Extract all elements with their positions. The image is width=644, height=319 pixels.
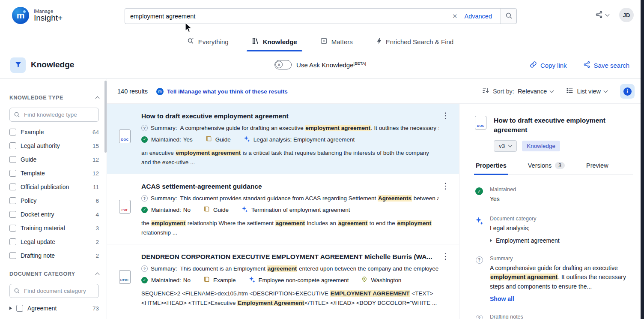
checkbox[interactable] [9,197,16,204]
result-title[interactable]: How to draft executive employment agreem… [141,112,438,120]
info-button[interactable]: i [620,84,635,99]
document-category-section-header[interactable]: DOCUMENT CATEGORY [9,271,99,277]
sort-by-dropdown[interactable]: Sort by: Relevance [482,87,553,96]
checkbox[interactable] [9,225,16,232]
share-menu[interactable] [595,11,609,20]
checkbox[interactable] [16,305,23,312]
sparkle-icon [475,217,483,244]
more-menu-icon[interactable]: ⋮ [441,111,450,120]
result-excerpt: an executive employment agreement is a c… [141,148,438,167]
checkbox[interactable] [9,142,16,149]
copy-link-button[interactable]: Copy link [530,61,567,69]
facet-legal-authority[interactable]: Legal authority 15 [9,139,99,153]
file-icon-column: DOC [119,112,141,167]
version-value: v3 [499,143,505,149]
sort-label: Sort by: [493,88,514,95]
result-title[interactable]: ACAS settlement-agreement guidance [141,183,438,190]
facet-template[interactable]: Template 12 [9,166,99,180]
facet-count: 3 [95,225,99,232]
tab-everything[interactable]: Everything [182,32,234,51]
facet-training-material[interactable]: Training material 3 [9,221,99,235]
facet-official-publication[interactable]: Official publication 11 [9,180,99,194]
result-meta-line: ✓ Maintained:No Example Employee non-com… [141,276,438,284]
tab-preview[interactable]: Preview [585,162,609,175]
knowledge-type-value: Example [213,277,236,283]
checkbox[interactable] [9,170,16,177]
save-search-label: Save search [594,62,629,69]
section-heading: KNOWLEDGE TYPE [9,95,63,101]
filters-button[interactable] [10,57,26,73]
search-box[interactable]: ✕ Advanced [125,8,501,24]
category-child-item[interactable]: Employment agreement [490,237,560,244]
checkbox[interactable] [9,211,16,218]
tab-enriched-search[interactable]: Enriched Search & Find [371,32,459,51]
facet-guide[interactable]: Guide 12 [9,153,99,166]
document-category-search-input[interactable] [9,284,99,298]
show-all-link[interactable]: Show all [490,295,631,302]
sidebar-scrollbar[interactable] [104,81,107,153]
knowledge-type-section-header[interactable]: KNOWLEDGE TYPE [9,95,99,101]
filter-funnel-icon [15,61,22,69]
toggle-off-icon: ✕ [275,61,283,68]
facet-label: Guide [21,156,88,163]
facet-label: Docket entry [21,211,91,218]
tab-versions[interactable]: Versions 3 [527,162,566,175]
view-mode-dropdown[interactable]: List view [566,87,607,96]
more-menu-icon[interactable]: ⋮ [441,182,450,190]
more-menu-icon[interactable]: ⋮ [441,252,450,260]
version-dropdown[interactable]: v3 [494,140,517,152]
ask-knowledge-toggle[interactable]: ✕ [274,60,292,69]
facet-docket-entry[interactable]: Docket entry 4 [9,208,99,221]
page-title: Knowledge [31,60,74,69]
facet-example[interactable]: Example 64 [9,125,99,139]
facet-label: Policy [21,197,91,204]
results-controls: Sort by: Relevance List view i [482,84,635,99]
imanage-logo[interactable]: m iManage Insight+ [12,7,63,24]
knowledge-type-search-input[interactable] [9,108,99,122]
checkbox[interactable] [9,252,16,259]
guide-book-icon [206,135,212,143]
property-label: Document category [490,216,560,222]
detail-version-row: v3 Knowledge [494,140,633,152]
result-item-4[interactable]: Executive Service Agreement Template - N… [107,315,459,319]
checkbox[interactable] [9,238,16,245]
property-maintained: ✓ Maintained Yes [475,187,633,204]
save-search-icon [583,61,590,69]
maintained-check-icon: ✓ [141,277,148,283]
user-avatar[interactable]: JD [619,8,634,22]
facet-label: Official publication [21,184,89,190]
global-search: ✕ Advanced [125,8,517,24]
result-item-1[interactable]: DOC How to draft executive employment ag… [107,104,459,174]
maintained-label: Maintained: [151,277,181,283]
facet-count: 11 [93,184,99,190]
facet-label: Legal update [21,238,91,245]
property-label: Summary [490,256,631,262]
tab-properties[interactable]: Properties [475,162,507,175]
search-input[interactable] [130,13,447,20]
facet-agreement[interactable]: Agreement 73 [9,301,99,315]
property-label: Maintained [490,187,516,193]
feedback-link[interactable]: m Tell iManage what you think of these r… [156,88,288,95]
search-icon [14,288,20,295]
save-search-button[interactable]: Save search [583,61,629,69]
search-button[interactable] [501,8,517,24]
result-item-2[interactable]: PDF ACAS settlement-agreement guidance ?… [107,174,459,244]
facet-policy[interactable]: Policy 6 [9,194,99,208]
advanced-search-link[interactable]: Advanced [463,13,497,20]
expand-caret-icon[interactable] [9,307,12,310]
result-title[interactable]: DENDREON CORPORATION EXECUTIVE EMPLOYMEN… [141,253,438,261]
results-list: DOC How to draft executive employment ag… [107,104,459,319]
facet-drafting-note[interactable]: Drafting note 2 [9,249,99,262]
clear-search-icon[interactable]: ✕ [447,12,463,20]
facet-legal-update[interactable]: Legal update 2 [9,235,99,249]
result-item-3[interactable]: HTML DENDREON CORPORATION EXECUTIVE EMPL… [107,244,459,315]
question-icon: ? [141,265,148,272]
checkbox[interactable] [9,156,16,163]
checkbox[interactable] [9,184,16,190]
checkbox[interactable] [9,129,16,135]
category-value: Legal analysis; Employment agreement [253,136,355,143]
top-bar: m iManage Insight+ ✕ Advanced [0,0,641,32]
tab-matters[interactable]: Matters [315,32,358,51]
doc-file-icon: DOC [119,129,131,143]
tab-knowledge[interactable]: Knowledge [247,32,302,51]
